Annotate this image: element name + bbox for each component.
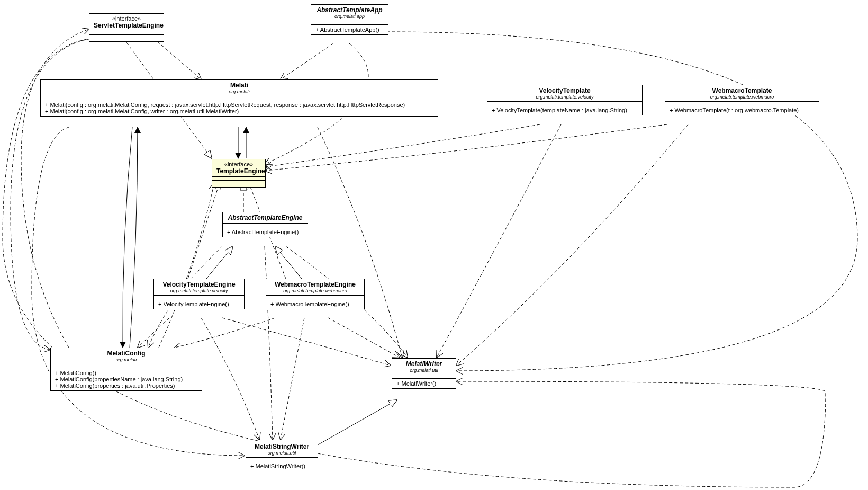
stereotype: «interface» (94, 15, 159, 22)
class-name: MelatiConfig (55, 350, 197, 357)
package-label: org.melati.util (250, 450, 313, 456)
package-label: org.melati (45, 89, 433, 94)
package-label: org.melati.template.velocity (158, 288, 240, 293)
package-label: org.melati.template.velocity (492, 94, 638, 100)
package-label: org.melati.template.webmacro (270, 288, 360, 293)
class-name: WebmacroTemplate (670, 87, 815, 94)
class-abstract-template-engine[interactable]: AbstractTemplateEngine + AbstractTemplat… (222, 212, 308, 237)
class-template-engine[interactable]: «interface» TemplateEngine (212, 159, 266, 188)
connectors-layer (0, 0, 868, 490)
class-name: ServletTemplateEngine (94, 22, 159, 29)
class-webmacro-template[interactable]: WebmacroTemplate org.melati.template.web… (665, 85, 819, 115)
operation: + WebmacroTemplate(t : org.webmacro.Temp… (670, 107, 815, 113)
operation: + VelocityTemplate(templateName : java.l… (492, 107, 638, 113)
class-name: TemplateEngine (216, 167, 261, 175)
stereotype: «interface» (216, 161, 261, 167)
operation: + AbstractTemplateApp() (315, 26, 384, 33)
operation: + Melati(config : org.melati.MelatiConfi… (45, 102, 433, 108)
class-abstract-template-app[interactable]: AbstractTemplateApp org.melati.app + Abs… (311, 4, 388, 35)
package-label: org.melati.util (396, 368, 451, 373)
operation: + MelatiStringWriter() (250, 463, 313, 469)
operation: + MelatiConfig(properties : java.util.Pr… (55, 382, 197, 389)
class-name: AbstractTemplateApp (315, 6, 384, 14)
class-name: MelatiStringWriter (250, 443, 313, 450)
class-melati-writer[interactable]: MelatiWriter org.melati.util + MelatiWri… (392, 358, 456, 389)
class-name: VelocityTemplateEngine (158, 281, 240, 288)
class-servlet-template-engine[interactable]: «interface» ServletTemplateEngine (89, 13, 164, 42)
operation: + MelatiWriter() (396, 380, 451, 387)
class-melati-config[interactable]: MelatiConfig org.melati + MelatiConfig()… (50, 348, 202, 391)
package-label: org.melati.template.webmacro (670, 94, 815, 100)
class-webmacro-template-engine[interactable]: WebmacroTemplateEngine org.melati.templa… (266, 279, 365, 309)
uml-canvas: «interface» ServletTemplateEngine Abstra… (0, 0, 868, 490)
class-name: WebmacroTemplateEngine (270, 281, 360, 288)
class-name: MelatiWriter (396, 360, 451, 368)
class-velocity-template[interactable]: VelocityTemplate org.melati.template.vel… (487, 85, 643, 115)
operation: + MelatiConfig(propertiesName : java.lan… (55, 376, 197, 382)
package-label: org.melati.app (315, 14, 384, 19)
operation: + Melati(config : org.melati.MelatiConfi… (45, 108, 433, 114)
class-name: AbstractTemplateEngine (227, 214, 303, 221)
class-melati[interactable]: Melati org.melati + Melati(config : org.… (40, 79, 438, 117)
package-label: org.melati (55, 357, 197, 362)
operation: + VelocityTemplateEngine() (158, 301, 240, 307)
class-melati-string-writer[interactable]: MelatiStringWriter org.melati.util + Mel… (246, 441, 318, 471)
class-name: Melati (45, 82, 433, 89)
operation: + WebmacroTemplateEngine() (270, 301, 360, 307)
operation: + AbstractTemplateEngine() (227, 229, 303, 235)
class-velocity-template-engine[interactable]: VelocityTemplateEngine org.melati.templa… (153, 279, 245, 309)
operation: + MelatiConfig() (55, 370, 197, 376)
class-name: VelocityTemplate (492, 87, 638, 94)
